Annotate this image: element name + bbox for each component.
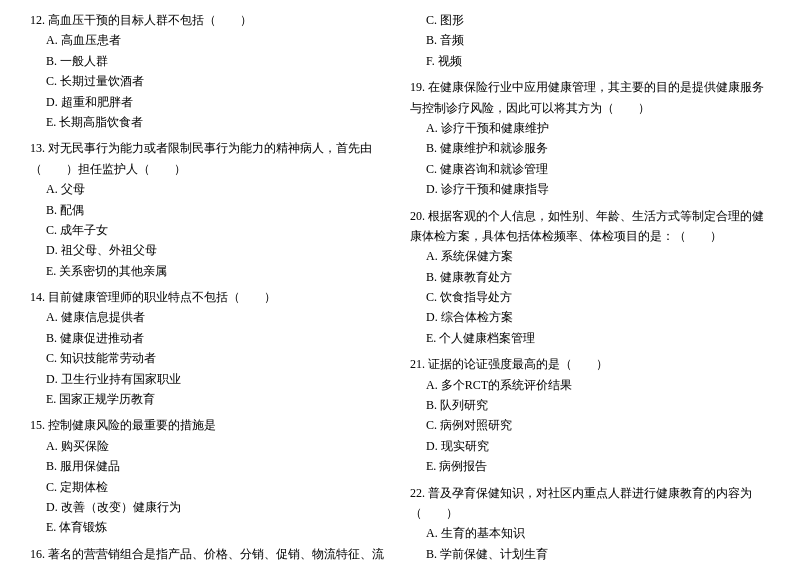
option-item: E. 国家正规学历教育: [30, 389, 390, 409]
option-item: E. 关系密切的其他亲属: [30, 261, 390, 281]
option-item: E. 病例报告: [410, 456, 770, 476]
option-item: D. 改善（改变）健康行为: [30, 497, 390, 517]
right-column: C. 图形B. 音频F. 视频19. 在健康保险行业中应用健康管理，其主要的目的…: [410, 10, 770, 565]
option-item: B. 一般人群: [30, 51, 390, 71]
option-item: D. 诊疗干预和健康指导: [410, 179, 770, 199]
question-block: 16. 著名的营营销组合是指产品、价格、分销、促销、物流特征、流程和（ ）A. …: [30, 544, 390, 565]
question-title: 15. 控制健康风险的最重要的措施是: [30, 415, 390, 435]
left-column: 12. 高血压干预的目标人群不包括（ ）A. 高血压患者B. 一般人群C. 长期…: [30, 10, 390, 565]
option-item: C. 饮食指导处方: [410, 287, 770, 307]
option-item: C. 病例对照研究: [410, 415, 770, 435]
option-item: E. 体育锻炼: [30, 517, 390, 537]
question-block: 13. 对无民事行为能力或者限制民事行为能力的精神病人，首先由（ ）担任监护人（…: [30, 138, 390, 281]
question-block: 22. 普及孕育保健知识，对社区内重点人群进行健康教育的内容为（ ）A. 生育的…: [410, 483, 770, 565]
question-title: 12. 高血压干预的目标人群不包括（ ）: [30, 10, 390, 30]
main-content: 12. 高血压干预的目标人群不包括（ ）A. 高血压患者B. 一般人群C. 长期…: [30, 10, 770, 565]
option-item: C. 健康咨询和就诊管理: [410, 159, 770, 179]
question-title: 14. 目前健康管理师的职业特点不包括（ ）: [30, 287, 390, 307]
question-title: 16. 著名的营营销组合是指产品、价格、分销、促销、物流特征、流程和（ ）: [30, 544, 390, 565]
option-item: B. 健康维护和就诊服务: [410, 138, 770, 158]
option-item: D. 超重和肥胖者: [30, 92, 390, 112]
option-item: C. 长期过量饮酒者: [30, 71, 390, 91]
question-title: 20. 根据客观的个人信息，如性别、年龄、生活方式等制定合理的健康体检方案，具体…: [410, 206, 770, 247]
option-item: F. 视频: [410, 51, 770, 71]
option-item: D. 卫生行业持有国家职业: [30, 369, 390, 389]
option-item: B. 队列研究: [410, 395, 770, 415]
option-item: C. 知识技能常劳动者: [30, 348, 390, 368]
question-title: 21. 证据的论证强度最高的是（ ）: [410, 354, 770, 374]
option-item: B. 健康教育处方: [410, 267, 770, 287]
question-block: 15. 控制健康风险的最重要的措施是A. 购买保险B. 服用保健品C. 定期体检…: [30, 415, 390, 537]
option-item: C. 图形: [410, 10, 770, 30]
option-item: E. 长期高脂饮食者: [30, 112, 390, 132]
option-item: A. 父母: [30, 179, 390, 199]
question-block: 19. 在健康保险行业中应用健康管理，其主要的目的是提供健康服务与控制诊疗风险，…: [410, 77, 770, 199]
option-item: A. 生育的基本知识: [410, 523, 770, 543]
option-item: A. 多个RCT的系统评价结果: [410, 375, 770, 395]
question-block: 12. 高血压干预的目标人群不包括（ ）A. 高血压患者B. 一般人群C. 长期…: [30, 10, 390, 132]
question-title: 13. 对无民事行为能力或者限制民事行为能力的精神病人，首先由（ ）担任监护人（…: [30, 138, 390, 179]
option-item: A. 健康信息提供者: [30, 307, 390, 327]
option-item: E. 个人健康档案管理: [410, 328, 770, 348]
question-block: C. 图形B. 音频F. 视频: [410, 10, 770, 71]
option-item: D. 现实研究: [410, 436, 770, 456]
option-item: A. 诊疗干预和健康维护: [410, 118, 770, 138]
question-block: 21. 证据的论证强度最高的是（ ）A. 多个RCT的系统评价结果B. 队列研究…: [410, 354, 770, 476]
option-item: D. 综合体检方案: [410, 307, 770, 327]
option-item: C. 成年子女: [30, 220, 390, 240]
question-block: 20. 根据客观的个人信息，如性别、年龄、生活方式等制定合理的健康体检方案，具体…: [410, 206, 770, 349]
option-item: B. 音频: [410, 30, 770, 50]
option-item: A. 系统保健方案: [410, 246, 770, 266]
option-item: B. 健康促进推动者: [30, 328, 390, 348]
question-block: 14. 目前健康管理师的职业特点不包括（ ）A. 健康信息提供者B. 健康促进推…: [30, 287, 390, 409]
question-title: 19. 在健康保险行业中应用健康管理，其主要的目的是提供健康服务与控制诊疗风险，…: [410, 77, 770, 118]
option-item: B. 服用保健品: [30, 456, 390, 476]
question-title: 22. 普及孕育保健知识，对社区内重点人群进行健康教育的内容为（ ）: [410, 483, 770, 524]
option-item: A. 高血压患者: [30, 30, 390, 50]
option-item: B. 配偶: [30, 200, 390, 220]
option-item: A. 购买保险: [30, 436, 390, 456]
option-item: D. 祖父母、外祖父母: [30, 240, 390, 260]
option-item: B. 学前保健、计划生育: [410, 544, 770, 564]
option-item: C. 定期体检: [30, 477, 390, 497]
exam-page: 12. 高血压干预的目标人群不包括（ ）A. 高血压患者B. 一般人群C. 长期…: [30, 10, 770, 565]
